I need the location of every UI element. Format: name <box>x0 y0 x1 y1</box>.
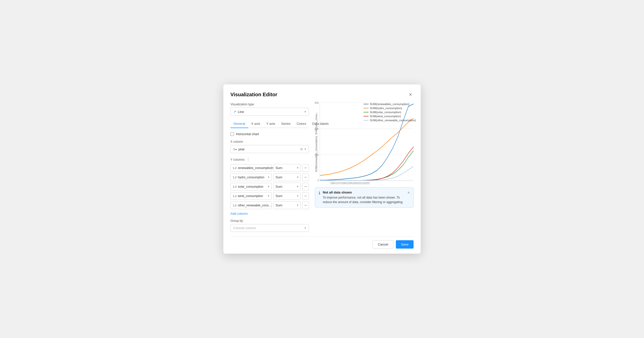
numeric-type-icon: 1.2 <box>233 185 237 188</box>
visualization-type-select[interactable]: ↗ Line ▾ <box>230 108 309 116</box>
tab-y-axis[interactable]: Y axis <box>263 120 278 128</box>
tab-general[interactable]: General <box>230 120 248 128</box>
chevron-down-icon: ▾ <box>305 226 306 230</box>
legend-color-1 <box>363 108 369 108</box>
left-panel: Visualization type ↗ Line ▾ General X ax… <box>230 103 309 232</box>
y-agg-value-2: Sum <box>275 185 282 188</box>
x-tick-1990: 1990 <box>347 182 353 185</box>
modal-body: Visualization type ↗ Line ▾ General X ax… <box>230 103 414 232</box>
legend-color-3 <box>363 116 369 116</box>
y-col-row-1: 1.2 hydro_consumption ▾ Sum ▾ − <box>230 173 309 181</box>
y-col-value-1: hydro_consumption <box>238 176 264 179</box>
y-agg-value-3: Sum <box>275 194 282 198</box>
horizontal-chart-label: Horizontal chart <box>236 132 259 136</box>
legend-item-0: SUM(renewables_consumption) <box>363 103 414 106</box>
line-icon: ↗ <box>233 110 236 114</box>
chevron-down-icon: ▾ <box>305 110 306 113</box>
y-agg-value-4: Sum <box>275 203 282 207</box>
legend-color-2 <box>363 112 369 112</box>
chevron-down-icon: ▾ <box>268 194 269 198</box>
y-tick-30k: 30K <box>314 102 319 104</box>
y-tick-20k: 20K <box>314 127 319 130</box>
legend-item-4: SUM(other_renewable_consumption) <box>363 119 414 122</box>
y-col-select-1[interactable]: 1.2 hydro_consumption ▾ <box>230 174 272 181</box>
y-col-remove-2[interactable]: − <box>302 183 309 190</box>
cancel-button[interactable]: Cancel <box>373 240 393 249</box>
x-column-value: year <box>238 147 245 151</box>
group-by-label: Group by <box>230 219 309 223</box>
x-axis-labels: 1965 1970 1980 1990 2000 2010 2020 <box>315 181 414 185</box>
chart-legend: SUM(renewables_consumption) SUM(hydro_co… <box>360 103 414 123</box>
y-col-select-4[interactable]: 1.2 other_renewable_consumption ▾ <box>230 202 272 209</box>
x-tick-2010: 2010 <box>358 182 364 185</box>
numeric-type-icon: 1.2 <box>233 176 237 179</box>
y-agg-select-0[interactable]: Sum ▾ <box>273 164 301 172</box>
y-agg-select-4[interactable]: Sum ▾ <box>273 201 301 209</box>
viz-type-label: Visualization type <box>230 103 309 106</box>
y-agg-value-0: Sum <box>275 166 282 170</box>
close-button[interactable]: × <box>407 91 414 98</box>
y-col-value-2: solar_consumption <box>238 185 263 188</box>
y-col-row-2: 1.2 solar_consumption ▾ Sum ▾ − <box>230 183 309 190</box>
tab-colors[interactable]: Colors <box>294 120 309 128</box>
save-button[interactable]: Save <box>396 240 414 249</box>
y-agg-select-3[interactable]: Sum ▾ <box>273 192 301 200</box>
numeric-type-icon: 1₂₃ <box>233 148 237 151</box>
x-tick-2020: 2020 <box>364 182 370 185</box>
x-tick-2000: 2000 <box>353 182 358 185</box>
legend-color-0 <box>363 104 369 104</box>
visualization-editor-modal: Visualization Editor × Visualization typ… <box>223 84 421 254</box>
horizontal-chart-checkbox[interactable] <box>230 132 234 136</box>
y-col-select-0[interactable]: 1.2 renewables_consumption ▾ <box>230 164 272 172</box>
warning-body: To improve performance, not all data has… <box>323 195 405 204</box>
legend-label-4: SUM(other_renewable_consumption) <box>370 119 416 122</box>
y-col-remove-0[interactable]: − <box>302 164 309 172</box>
y-col-remove-1[interactable]: − <box>302 174 309 181</box>
warning-banner: ℹ Not all data shown To improve performa… <box>315 187 414 208</box>
chevron-down-icon: ▾ <box>305 148 306 151</box>
y-agg-select-2[interactable]: Sum ▾ <box>273 183 301 190</box>
legend-color-4 <box>363 120 369 120</box>
chevron-down-icon: ▾ <box>297 194 298 198</box>
chevron-down-icon: ▾ <box>297 176 298 179</box>
chart-area: SUM(renewables_consumption), SUM(hydro_c… <box>315 103 414 232</box>
legend-label-1: SUM(hydro_consumption) <box>370 107 402 110</box>
numeric-type-icon: 1.2 <box>233 195 237 198</box>
y-col-remove-4[interactable]: − <box>302 202 309 209</box>
y-col-row-4: 1.2 other_renewable_consumption ▾ Sum ▾ … <box>230 201 309 209</box>
y-col-value-3: wind_consumption <box>238 194 263 198</box>
legend-label-3: SUM(wind_consumption) <box>370 115 401 118</box>
add-column-button[interactable]: Add column <box>230 212 248 215</box>
tab-series[interactable]: Series <box>278 120 294 128</box>
chart-wrapper: SUM(renewables_consumption), SUM(hydro_c… <box>315 103 414 181</box>
legend-label-2: SUM(solar_consumption) <box>370 111 401 114</box>
warning-close-button[interactable]: × <box>407 190 410 195</box>
x-tick-1970: 1970 <box>336 182 341 185</box>
warning-title: Not all data shown <box>323 190 405 194</box>
group-by-placeholder: Choose column <box>233 226 256 230</box>
numeric-type-icon: 1.2 <box>233 166 237 170</box>
x-column-label: X column <box>230 140 309 143</box>
y-col-select-3[interactable]: 1.2 wind_consumption ▾ <box>230 192 272 200</box>
group-by-select[interactable]: Choose column ▾ <box>230 224 309 232</box>
x-column-clear-button[interactable]: ⊗ <box>300 147 303 151</box>
right-panel: SUM(renewables_consumption), SUM(hydro_c… <box>315 103 414 232</box>
chevron-down-icon: ▾ <box>268 185 269 188</box>
y-col-row-0: 1.2 renewables_consumption ▾ Sum ▾ − <box>230 164 309 172</box>
legend-label-0: SUM(renewables_consumption) <box>370 103 410 106</box>
tab-x-axis[interactable]: X axis <box>248 120 263 128</box>
y-col-remove-3[interactable]: − <box>302 192 309 200</box>
y-columns-menu-icon[interactable]: ⋮ <box>246 157 250 162</box>
x-tick-1965: 1965 <box>330 182 336 185</box>
y-columns-label: Y columns <box>230 158 245 161</box>
y-col-value-4: other_renewable_consumption <box>238 204 273 207</box>
x-column-select[interactable]: 1₂₃ year ⊗ ▾ <box>230 145 309 153</box>
x-tick-1980: 1980 <box>341 182 347 185</box>
y-col-select-2[interactable]: 1.2 solar_consumption ▾ <box>230 183 272 190</box>
modal-header: Visualization Editor × <box>230 91 414 98</box>
info-icon: ℹ <box>319 191 320 196</box>
chevron-down-icon: ▾ <box>297 166 298 170</box>
y-axis-label: SUM(renewables_consumption), SUM(hydro_c… <box>315 112 318 172</box>
y-agg-select-1[interactable]: Sum ▾ <box>273 173 301 181</box>
horizontal-chart-row: Horizontal chart <box>230 132 309 136</box>
